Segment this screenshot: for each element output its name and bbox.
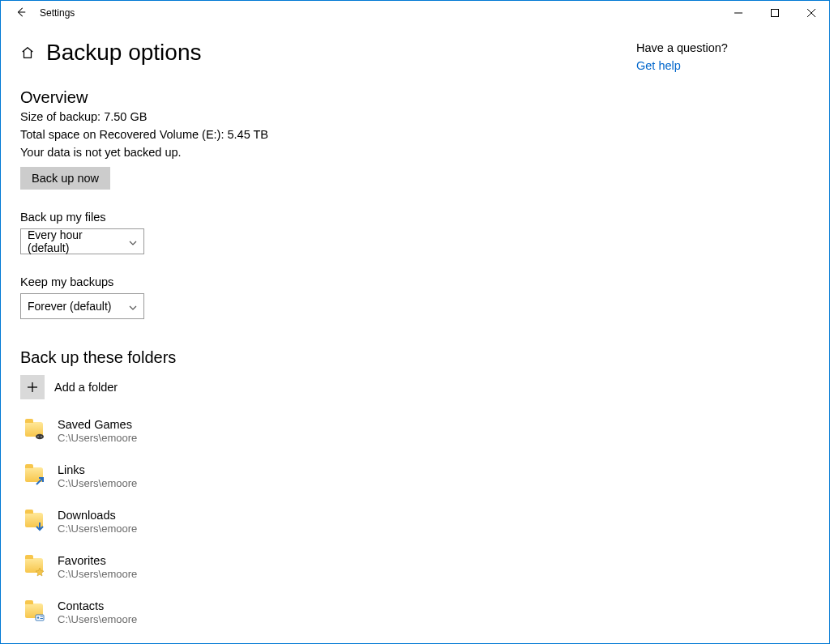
folder-path: C:\Users\emoore [58,432,137,445]
folder-path: C:\Users\emoore [58,477,137,490]
plus-icon [20,375,45,399]
folder-icon [25,511,46,532]
svg-rect-10 [36,615,44,621]
backup-size-text: Size of backup: 7.50 GB [20,110,620,123]
maximize-icon [771,6,779,19]
card-overlay-icon [35,612,45,621]
chevron-down-icon [129,300,137,313]
star-overlay-icon [35,566,45,576]
folder-name: Contacts [58,599,137,613]
folder-name: Downloads [58,508,137,522]
total-space-text: Total space on Recovered Volume (E:): 5.… [20,128,620,141]
down-overlay-icon [35,521,45,531]
overview-head: Overview [20,88,620,107]
folder-icon [25,602,46,623]
frequency-dropdown[interactable]: Every hour (default) [20,228,144,254]
folder-item[interactable]: Saved GamesC:\Users\emoore [20,417,620,445]
folder-path: C:\Users\emoore [58,522,137,535]
get-help-link[interactable]: Get help [636,59,810,72]
folder-name: Saved Games [58,417,137,432]
folder-icon [25,466,46,487]
folder-name: Links [58,463,137,477]
close-icon [807,6,815,19]
backup-now-button[interactable]: Back up now [20,167,110,190]
folder-path: C:\Users\emoore [58,613,137,626]
svg-point-11 [37,616,40,619]
titlebar: Settings [1,1,829,25]
minimize-button[interactable] [720,1,756,25]
folder-path: C:\Users\emoore [58,568,137,581]
svg-point-8 [37,436,39,437]
back-arrow-icon [15,6,27,20]
frequency-value: Every hour (default) [28,228,122,254]
folder-item[interactable]: LinksC:\Users\emoore [20,463,620,490]
svg-point-9 [41,436,42,437]
folders-head: Back up these folders [20,348,620,367]
retention-label: Keep my backups [20,275,620,288]
back-button[interactable] [7,1,35,25]
folder-name: Favorites [58,553,137,568]
maximize-button[interactable] [756,1,793,25]
svg-rect-2 [771,10,778,17]
folder-item[interactable]: DownloadsC:\Users\emoore [20,508,620,535]
frequency-label: Back up my files [20,211,620,224]
add-folder-label: Add a folder [54,381,118,394]
home-icon[interactable] [20,45,35,60]
retention-dropdown[interactable]: Forever (default) [20,293,144,319]
retention-value: Forever (default) [28,300,111,313]
folder-icon [25,557,46,578]
arrow-overlay-icon [35,476,45,485]
backup-status-text: Your data is not yet backed up. [20,146,620,159]
help-head: Have a question? [636,41,810,54]
app-title: Settings [40,7,75,19]
close-button[interactable] [793,1,829,25]
chevron-down-icon [129,235,137,248]
minimize-icon [734,6,742,19]
window-controls [720,1,829,25]
controller-overlay-icon [35,430,45,440]
page-title: Backup options [46,40,201,66]
svg-point-7 [36,434,44,439]
folder-item[interactable]: FavoritesC:\Users\emoore [20,553,620,581]
folder-icon [25,420,46,441]
folder-item[interactable]: ContactsC:\Users\emoore [20,599,620,626]
add-folder-button[interactable]: Add a folder [20,375,620,399]
